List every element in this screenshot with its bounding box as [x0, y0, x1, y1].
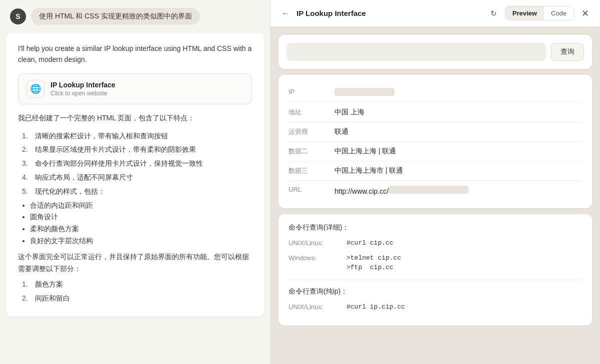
chat-content: I'll help you create a similar IP lookup… — [6, 33, 264, 317]
list-item: 1.清晰的搜索栏设计，带有输入框和查询按钮 — [22, 130, 252, 142]
tab-preview[interactable]: Preview — [506, 6, 544, 20]
sub-bullets-list: 合适的内边距和间距 圆角设计 柔和的颜色方案 良好的文字层次结构 — [18, 200, 252, 247]
bullet-item: 柔和的颜色方案 — [30, 223, 252, 235]
label-address: 地址 — [288, 108, 328, 117]
adjust-item: 2.间距和留白 — [22, 293, 252, 305]
cmd-label-unix1: UNIX/Linux: — [288, 238, 338, 247]
value-address: 中国 上海 — [334, 108, 364, 117]
value-data2: 中国上海上海 | 联通 — [334, 147, 396, 156]
tab-group: Preview Code — [505, 6, 574, 20]
label-ip: IP — [288, 88, 328, 95]
cmd-value-windows: >telnet cip.cc >ftp cip.cc — [346, 253, 401, 273]
description-text: 我已经创建了一个完整的 HTML 页面，包含了以下特点： — [18, 112, 252, 124]
panel-title: IP Lookup Interface — [296, 9, 483, 17]
right-header: ← IP Lookup Interface ↻ Preview Code ✕ — [270, 0, 600, 27]
globe-icon: 🌐 — [26, 80, 44, 98]
label-data2: 数据二 — [288, 147, 328, 156]
info-card: IP 地址 中国 上海 运营商 联通 数据二 中国上海上海 | 联通 数据三 中… — [278, 75, 592, 208]
cmd-section-2-title: 命令行查询(纯ip)： — [288, 287, 582, 296]
ip-search-input[interactable] — [286, 43, 546, 61]
info-row-ip: IP — [288, 83, 582, 103]
label-isp: 运营商 — [288, 127, 328, 136]
refresh-button[interactable]: ↻ — [487, 6, 501, 20]
list-item: 5.现代化的样式，包括： — [22, 186, 252, 198]
value-ip-blur — [334, 88, 394, 96]
footer-text: 这个界面完全可以正常运行，并且保持了原始界面的所有功能。您可以根据需要调整以下部… — [18, 251, 252, 275]
list-item: 2.结果显示区域使用卡片式设计，带有柔和的阴影效果 — [22, 144, 252, 156]
adjust-list: 1.颜色方案 2.间距和留白 — [18, 279, 252, 305]
cmd-row-windows: Windows: >telnet cip.cc >ftp cip.cc — [288, 253, 582, 273]
bullet-item: 良好的文字层次结构 — [30, 235, 252, 247]
cmd-value-unix2: #curl ip.cip.cc — [346, 302, 405, 312]
cmd-value-unix1: #curl cip.cc — [346, 238, 394, 248]
info-row-data3: 数据三 中国上海上海市 | 联通 — [288, 161, 582, 181]
info-row-isp: 运营商 联通 — [288, 122, 582, 142]
list-item: 4.响应式布局，适配不同屏幕尺寸 — [22, 172, 252, 184]
info-row-data2: 数据二 中国上海上海 | 联通 — [288, 142, 582, 161]
value-isp: 联通 — [334, 127, 348, 136]
value-url: http://www.cip.cc/ — [334, 186, 468, 195]
bullet-item: 圆角设计 — [30, 211, 252, 223]
left-panel: S 使用 HTML 和 CSS 实现更精致的类似图中的界面 I'll help … — [0, 0, 270, 364]
back-button[interactable]: ← — [278, 6, 292, 20]
features-list: 1.清晰的搜索栏设计，带有输入框和查询按钮 2.结果显示区域使用卡片式设计，带有… — [18, 130, 252, 198]
tab-code[interactable]: Code — [544, 6, 574, 20]
value-data3: 中国上海上海市 | 联通 — [334, 166, 403, 175]
cmd-row-unix2: UNIX/Linux: #curl ip.cip.cc — [288, 302, 582, 312]
info-row-address: 地址 中国 上海 — [288, 103, 582, 122]
website-card-title: IP Lookup Interface — [50, 81, 116, 89]
right-panel: ← IP Lookup Interface ↻ Preview Code ✕ 查… — [270, 0, 600, 364]
cmd-divider — [288, 280, 582, 280]
command-card: 命令行查询(详细)： UNIX/Linux: #curl cip.cc Wind… — [278, 214, 592, 326]
list-item: 3.命令行查询部分同样使用卡片式设计，保持视觉一致性 — [22, 158, 252, 170]
cmd-label-windows: Windows: — [288, 253, 338, 262]
website-card-text: IP Lookup Interface Click to open websit… — [50, 81, 116, 97]
website-card[interactable]: 🌐 IP Lookup Interface Click to open webs… — [18, 73, 252, 104]
search-card: 查询 — [278, 35, 592, 69]
chat-intro: I'll help you create a similar IP lookup… — [18, 43, 252, 65]
close-button[interactable]: ✕ — [578, 6, 592, 20]
cmd-row-unix1: UNIX/Linux: #curl cip.cc — [288, 238, 582, 248]
query-button[interactable]: 查询 — [551, 43, 584, 61]
user-message: 使用 HTML 和 CSS 实现更精致的类似图中的界面 — [31, 8, 200, 25]
adjust-item: 1.颜色方案 — [22, 279, 252, 291]
info-row-url: URL http://www.cip.cc/ — [288, 181, 582, 200]
bullet-item: 合适的内边距和间距 — [30, 200, 252, 212]
right-content: 查询 IP 地址 中国 上海 运营商 联通 数据二 中国上海上海 | 联通 数据… — [270, 27, 600, 364]
url-blur — [388, 186, 468, 194]
cmd-section-1-title: 命令行查询(详细)： — [288, 223, 582, 232]
label-data3: 数据三 — [288, 166, 328, 175]
website-card-subtitle: Click to open website — [50, 90, 116, 97]
avatar: S — [10, 8, 26, 24]
cmd-label-unix2: UNIX/Linux: — [288, 302, 338, 311]
label-url: URL — [288, 186, 328, 193]
chat-header: S 使用 HTML 和 CSS 实现更精致的类似图中的界面 — [0, 0, 270, 33]
